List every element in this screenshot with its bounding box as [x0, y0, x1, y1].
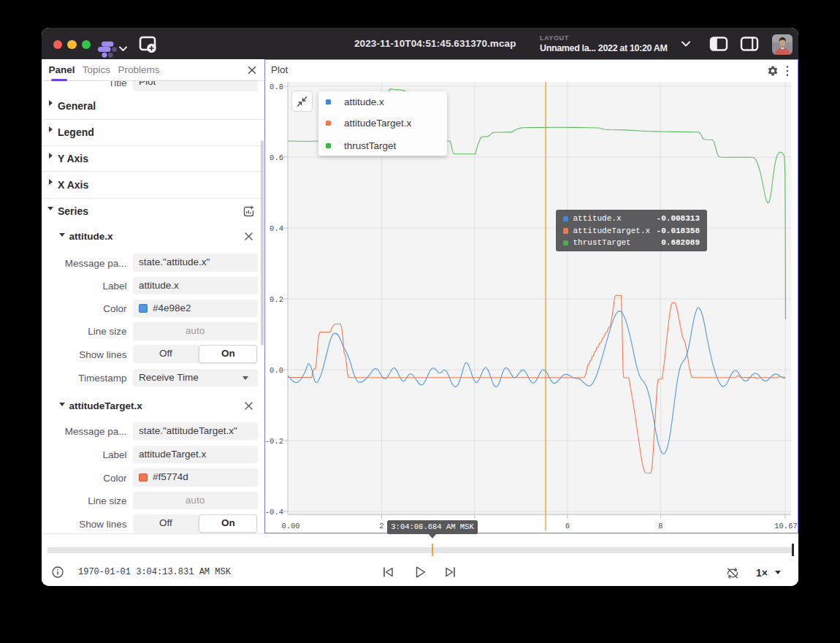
svg-text:-0.4: -0.4	[265, 508, 283, 517]
svg-text:10.67: 10.67	[774, 522, 798, 530]
svg-text:6: 6	[565, 522, 570, 530]
svg-text:8: 8	[658, 522, 663, 530]
svg-text:0.2: 0.2	[270, 295, 283, 304]
svg-text:2: 2	[379, 522, 383, 530]
svg-text:0.8: 0.8	[270, 83, 283, 91]
svg-text:0.6: 0.6	[270, 153, 283, 162]
svg-text:-0.2: -0.2	[265, 437, 283, 446]
svg-text:0.0: 0.0	[270, 366, 283, 375]
svg-text:0.4: 0.4	[270, 224, 283, 233]
svg-text:0.00: 0.00	[281, 522, 299, 530]
